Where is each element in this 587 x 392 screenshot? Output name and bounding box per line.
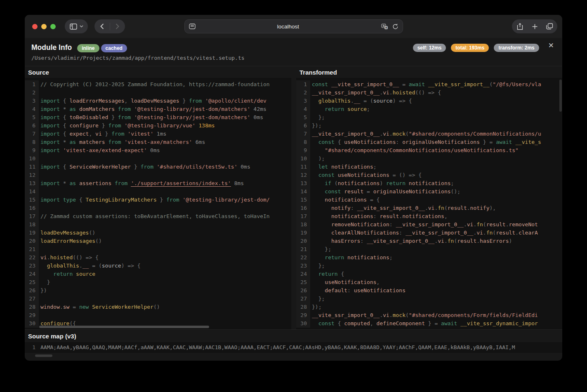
line-number: 13 (296, 179, 310, 188)
code-line: 30 const { computed, defineComponent } =… (296, 319, 562, 328)
code-line: 14 (25, 188, 291, 196)
line-number: 2 (296, 89, 310, 97)
line-number: 1 (25, 80, 39, 89)
line-number: 21 (296, 245, 310, 254)
line-number: 29 (25, 311, 39, 319)
source-code[interactable]: 1// Copyright (C) 2012-2025 Zammad Found… (25, 78, 291, 329)
page-settings-icon[interactable] (189, 23, 196, 29)
code-line: 2__vite_ssr_import_0__.vi.hoisted(() => … (296, 89, 562, 97)
code-line: 5import { toBeDisabled } from '@testing-… (25, 113, 291, 122)
transformed-vertical-scrollbar[interactable] (559, 80, 562, 112)
traffic-lights (32, 24, 56, 29)
code-line: 16 notify: __vite_ssr_import_0__.vi.fn(r… (296, 204, 562, 212)
code-line: 8import * as matchers from 'vitest-axe/m… (25, 138, 291, 146)
line-number: 23 (296, 262, 310, 270)
code-line: 13import * as assertions from './support… (25, 179, 291, 188)
line-number: 19 (296, 229, 310, 237)
code-line: 15import type { TestingLibraryMatchers }… (25, 196, 291, 204)
code-line: 29__vite_ssr_import_0__.vi.mock("#shared… (296, 311, 562, 319)
chevron-down-icon (80, 25, 83, 28)
sidebar-toggle-button[interactable] (65, 19, 88, 33)
line-number: 12 (296, 171, 310, 179)
code-line: 23 }; (296, 262, 562, 270)
sourcemap-mappings: AAMA;AAeA,yBAAG,QAAQ,MAAM;AACf,aAAW,KAAK… (39, 343, 515, 352)
line-number: 23 (25, 262, 39, 270)
window-close-button[interactable] (32, 24, 38, 29)
line-number: 17 (296, 212, 310, 221)
line-number: 5 (296, 113, 310, 122)
line-number: 26 (25, 286, 39, 295)
line-number: 30 (25, 319, 39, 328)
share-button[interactable] (512, 19, 527, 33)
code-line: 20loadErrorMessages() (25, 237, 291, 245)
code-line: 16 (25, 204, 291, 212)
toolbar-actions (512, 19, 557, 33)
line-number: 11 (296, 163, 310, 171)
code-line: 26 default: useNotifications (296, 286, 562, 295)
line-number: 7 (296, 130, 310, 138)
back-button[interactable] (94, 19, 110, 33)
code-line: 12 const useNotifications = () => { (296, 171, 562, 179)
line-number: 19 (25, 229, 39, 237)
line-number: 9 (296, 146, 310, 155)
module-path: /Users/vladimir/Projects/zammad/app/fron… (31, 55, 556, 61)
line-number: 22 (296, 254, 310, 262)
code-line: 3 globalThis.__ = (source) => { (296, 97, 562, 105)
code-line: 1// Copyright (C) 2012-2025 Zammad Found… (25, 80, 291, 89)
code-line: 27 (25, 295, 291, 303)
translate-icon[interactable]: a (381, 23, 388, 30)
code-line: 7import { expect, vi } from 'vitest' 1ms (25, 130, 291, 138)
code-line: 22vi.hoisted(() => { (25, 254, 291, 262)
line-number: 16 (296, 204, 310, 212)
code-line: 25 } (25, 278, 291, 286)
line-number: 6 (25, 122, 39, 130)
source-horizontal-scrollbar[interactable] (39, 326, 209, 328)
line-number: 20 (25, 237, 39, 245)
line-number: 18 (296, 221, 310, 229)
line-number: 24 (296, 270, 310, 278)
tab-overview-button[interactable] (542, 19, 557, 33)
line-number: 3 (296, 97, 310, 105)
code-line: 6import { configure } from '@testing-lib… (25, 122, 291, 130)
address-bar[interactable]: localhost a (184, 19, 403, 33)
window-minimize-button[interactable] (41, 24, 47, 29)
line-number: 1 (296, 80, 310, 89)
code-line: 29 (25, 311, 291, 319)
transformed-pane-title: Transformed (296, 66, 562, 78)
module-info-header: Module Info inlinecached /Users/vladimir… (25, 38, 562, 66)
line-number: 27 (296, 295, 310, 303)
reload-icon[interactable] (392, 23, 398, 30)
code-line: 14 const result = originalUseNotificatio… (296, 188, 562, 196)
code-line: 17// Zammad custom assertions: toBeAvata… (25, 212, 291, 221)
sourcemap-body: 1 AAMA;AAeA,yBAAG,QAAQ,MAAM;AACf,aAAW,KA… (25, 342, 562, 353)
code-line: 24 return source (25, 270, 291, 278)
line-number: 2 (25, 89, 39, 97)
line-number: 11 (25, 163, 39, 171)
line-number: 29 (296, 311, 310, 319)
source-pane-title: Source (25, 66, 291, 78)
close-icon[interactable]: ✕ (548, 41, 554, 50)
code-line: 27 }; (296, 295, 562, 303)
code-panes: Source 1// Copyright (C) 2012-2025 Zamma… (25, 66, 562, 329)
code-line: 18 (25, 221, 291, 229)
sourcemap-section: Source map (v3) 1 AAMA;AAeA,yBAAG,QAAQ,M… (25, 329, 562, 353)
nav-buttons (94, 19, 125, 33)
module-badges: inlinecached (75, 44, 127, 52)
window-zoom-button[interactable] (50, 24, 56, 29)
line-number: 14 (25, 188, 39, 196)
status-badge: cached (101, 44, 127, 52)
status-badge: self: 12ms (413, 44, 446, 52)
url-text: localhost (196, 23, 381, 30)
code-line: 20 hasErrors: __vite_ssr_import_0__.vi.f… (296, 237, 562, 245)
chevron-left-icon (100, 23, 104, 29)
forward-button[interactable] (110, 19, 125, 33)
module-link[interactable]: './support/assertions/index.ts' (131, 180, 231, 186)
bottom-scrollbar[interactable] (35, 354, 52, 357)
new-tab-button[interactable] (527, 19, 542, 33)
code-line: 6}); (296, 122, 562, 130)
transformed-code[interactable]: 1const __vite_ssr_import_0__ = await __v… (296, 78, 562, 329)
sidebar-icon (70, 23, 77, 30)
code-line: 11import { ServiceWorkerHelper } from '#… (25, 163, 291, 171)
line-number: 5 (25, 113, 39, 122)
page-title: Module Info (31, 43, 72, 52)
